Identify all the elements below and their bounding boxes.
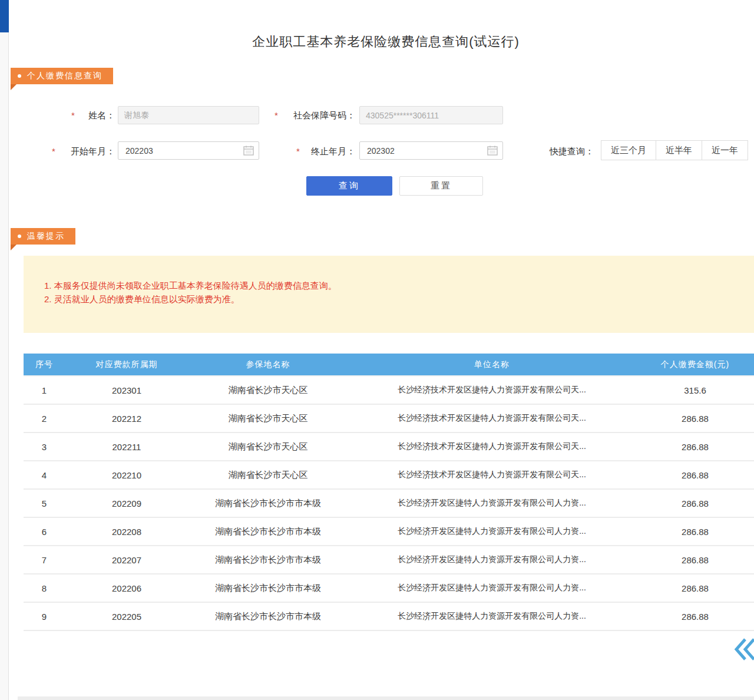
section-badge-tips-label: 温馨提示 (27, 231, 65, 242)
table-cell: 286.88 (636, 489, 754, 517)
page-title: 企业职工基本养老保险缴费信息查询(试运行) (18, 33, 754, 51)
table-row: 2202212湖南省长沙市天心区长沙经济技术开发区捷特人力资源开发有限公司天..… (24, 404, 754, 432)
section-badge-query-label: 个人缴费信息查询 (27, 71, 102, 81)
table-cell: 6 (24, 517, 65, 546)
bullet-icon (18, 74, 21, 78)
table-cell: 湖南省长沙市长沙市市本级 (188, 517, 348, 546)
query-button[interactable]: 查询 (306, 176, 392, 196)
table-row: 1202301湖南省长沙市天心区长沙经济技术开发区捷特人力资源开发有限公司天..… (24, 376, 754, 404)
ribbon-fold (11, 84, 16, 90)
section-badge-query: 个人缴费信息查询 (11, 68, 113, 84)
table-cell: 湖南省长沙市天心区 (188, 404, 348, 432)
name-label: 姓名： (77, 110, 115, 121)
end-month-input[interactable] (359, 141, 503, 160)
table-header-cell: 序号 (24, 354, 65, 376)
table-row: 7202207湖南省长沙市长沙市市本级长沙经济开发区捷特人力资源开发有限公司人力… (24, 546, 754, 574)
table-cell: 长沙经济开发区捷特人力资源开发有限公司人力资... (348, 602, 636, 630)
table-cell: 湖南省长沙市长沙市市本级 (188, 489, 348, 517)
table-cell: 长沙经济技术开发区捷特人力资源开发有限公司天... (348, 432, 636, 461)
name-field[interactable] (118, 106, 259, 124)
table-cell: 286.88 (636, 404, 754, 432)
ribbon-fold (11, 245, 16, 250)
table-cell: 湖南省长沙市长沙市市本级 (188, 574, 348, 602)
table-cell: 湖南省长沙市天心区 (188, 432, 348, 461)
calendar-icon[interactable] (487, 146, 498, 156)
required-mark: * (275, 110, 278, 120)
left-rail (0, 0, 9, 700)
footer-strip (18, 696, 754, 700)
table-cell: 202209 (65, 489, 188, 517)
table-cell: 湖南省长沙市天心区 (188, 461, 348, 489)
required-mark: * (52, 146, 55, 156)
table-row: 6202208湖南省长沙市长沙市市本级长沙经济开发区捷特人力资源开发有限公司人力… (24, 517, 754, 546)
table-cell: 湖南省长沙市天心区 (188, 376, 348, 404)
quick-btn-3months[interactable]: 近三个月 (601, 140, 656, 160)
table-cell: 长沙经济技术开发区捷特人力资源开发有限公司天... (348, 461, 636, 489)
required-mark: * (71, 110, 75, 120)
table-cell: 315.6 (636, 376, 754, 404)
table-cell: 202210 (65, 461, 188, 489)
table-cell: 8 (24, 574, 65, 602)
collapse-double-chevron-icon[interactable] (734, 638, 754, 661)
table-cell: 286.88 (636, 546, 754, 574)
table-cell: 长沙经济开发区捷特人力资源开发有限公司人力资... (348, 574, 636, 602)
end-month-label: 终止年月： (302, 146, 355, 157)
quick-query-label: 快捷查询： (550, 146, 594, 157)
quick-btn-halfyear[interactable]: 近半年 (656, 140, 702, 160)
reset-button[interactable]: 重置 (399, 176, 483, 196)
corner-accent-block (0, 0, 9, 32)
ssn-field[interactable] (359, 106, 503, 124)
table-header-cell: 对应费款所属期 (65, 354, 188, 376)
page: 企业职工基本养老保险缴费信息查询(试运行) 个人缴费信息查询 * 姓名： * 社… (0, 0, 754, 700)
table-row: 5202209湖南省长沙市长沙市市本级长沙经济开发区捷特人力资源开发有限公司人力… (24, 489, 754, 517)
end-month-picker (359, 141, 503, 160)
table-row: 8202206湖南省长沙市长沙市市本级长沙经济开发区捷特人力资源开发有限公司人力… (24, 574, 754, 602)
table-cell: 7 (24, 546, 65, 574)
start-month-label: 开始年月： (58, 146, 115, 157)
table-cell: 长沙经济技术开发区捷特人力资源开发有限公司天... (348, 376, 636, 404)
table-cell: 长沙经济开发区捷特人力资源开发有限公司人力资... (348, 489, 636, 517)
table-header-row: 序号对应费款所属期参保地名称单位名称个人缴费金额(元) (24, 354, 754, 376)
table-cell: 9 (24, 602, 65, 630)
table-cell: 202205 (65, 602, 188, 630)
table-cell: 202301 (65, 376, 188, 404)
start-month-input[interactable] (118, 141, 259, 160)
notice-line-2: 2. 灵活就业人员的缴费单位信息以实际缴费为准。 (44, 292, 736, 306)
table-cell: 湖南省长沙市长沙市市本级 (188, 546, 348, 574)
table-row: 4202210湖南省长沙市天心区长沙经济技术开发区捷特人力资源开发有限公司天..… (24, 461, 754, 489)
table-header-cell: 单位名称 (348, 354, 636, 376)
table-cell: 202207 (65, 546, 188, 574)
notice-box: 1. 本服务仅提供尚未领取企业职工基本养老保险待遇人员的缴费信息查询。 2. 灵… (24, 256, 754, 333)
ssn-label: 社会保障号码： (282, 110, 355, 121)
calendar-icon[interactable] (243, 146, 254, 156)
table-cell: 3 (24, 432, 65, 461)
table-cell: 湖南省长沙市长沙市市本级 (188, 602, 348, 630)
required-mark: * (296, 146, 300, 156)
start-month-picker (118, 141, 259, 160)
results-table: 序号对应费款所属期参保地名称单位名称个人缴费金额(元) 1202301湖南省长沙… (24, 354, 754, 631)
table-cell: 286.88 (636, 461, 754, 489)
bullet-icon (18, 235, 21, 238)
table-header-cell: 参保地名称 (188, 354, 348, 376)
table-row: 9202205湖南省长沙市长沙市市本级长沙经济开发区捷特人力资源开发有限公司人力… (24, 602, 754, 630)
table-header-cell: 个人缴费金额(元) (636, 354, 754, 376)
quick-btn-1year[interactable]: 近一年 (702, 140, 748, 160)
table-row: 3202211湖南省长沙市天心区长沙经济技术开发区捷特人力资源开发有限公司天..… (24, 432, 754, 461)
table-cell: 202208 (65, 517, 188, 546)
table-cell: 202206 (65, 574, 188, 602)
table-cell: 4 (24, 461, 65, 489)
table-cell: 长沙经济开发区捷特人力资源开发有限公司人力资... (348, 517, 636, 546)
quick-query-group: 近三个月 近半年 近一年 (601, 140, 748, 160)
table-cell: 202211 (65, 432, 188, 461)
notice-line-1: 1. 本服务仅提供尚未领取企业职工基本养老保险待遇人员的缴费信息查询。 (44, 279, 736, 292)
table-cell: 2 (24, 404, 65, 432)
table-cell: 1 (24, 376, 65, 404)
results-table-body: 1202301湖南省长沙市天心区长沙经济技术开发区捷特人力资源开发有限公司天..… (24, 376, 754, 630)
table-cell: 长沙经济技术开发区捷特人力资源开发有限公司天... (348, 404, 636, 432)
table-cell: 长沙经济开发区捷特人力资源开发有限公司人力资... (348, 546, 636, 574)
table-cell: 202212 (65, 404, 188, 432)
table-cell: 286.88 (636, 432, 754, 461)
table-cell: 286.88 (636, 517, 754, 546)
table-cell: 5 (24, 489, 65, 517)
table-cell: 286.88 (636, 574, 754, 602)
